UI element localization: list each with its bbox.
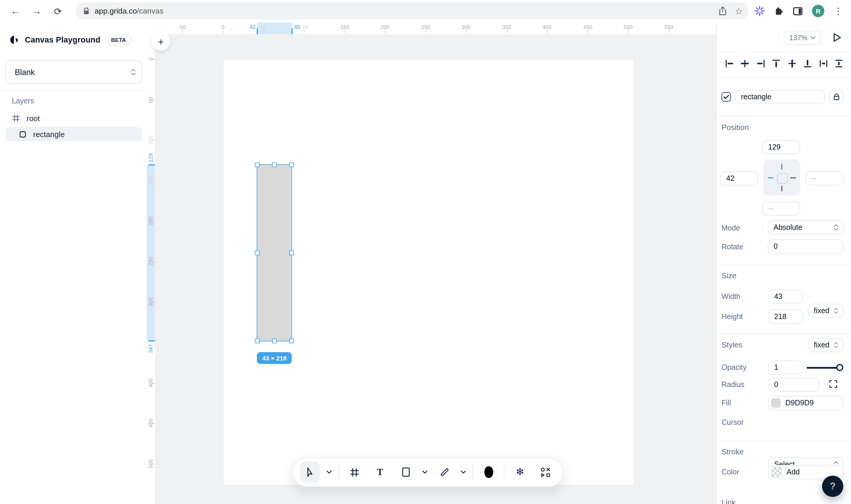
layer-item-root[interactable]: root: [6, 111, 142, 125]
forward-icon[interactable]: →: [31, 5, 42, 17]
resize-handle-nw[interactable]: [255, 162, 260, 167]
radius-corners-icon[interactable]: [829, 380, 837, 388]
link-heading: Link: [722, 498, 736, 504]
lock-layer-button[interactable]: [829, 90, 843, 104]
app-title: Canvas Playground: [25, 35, 101, 44]
address-bar[interactable]: app.grida.co/canvas ☆: [75, 2, 749, 19]
back-icon[interactable]: ←: [10, 5, 21, 17]
canvas-viewport[interactable]: -50042508500150200250300350400450500550 …: [147, 22, 716, 504]
template-select[interactable]: Blank: [5, 60, 142, 84]
h-ruler-label: 450: [584, 24, 592, 30]
playground-shapes-button[interactable]: [536, 462, 556, 483]
frame-tool-button[interactable]: [344, 462, 365, 483]
selected-rectangle[interactable]: [257, 165, 292, 341]
text-tool-button[interactable]: T: [370, 462, 390, 483]
radius-input[interactable]: [768, 378, 819, 392]
resize-handle-e[interactable]: [289, 251, 294, 255]
h-ruler-label: 85: [295, 24, 300, 30]
panel-divider: [717, 77, 851, 78]
play-button[interactable]: [833, 33, 841, 42]
ruler-highlight-band: [147, 165, 155, 341]
fill-swatch[interactable]: [771, 398, 781, 408]
lock-icon: [833, 93, 839, 101]
opacity-input[interactable]: [768, 360, 802, 375]
add-node-button[interactable]: ＋: [151, 32, 170, 51]
layer-label: root: [27, 114, 40, 123]
shape-tool-chevron-icon[interactable]: [421, 470, 429, 474]
stroke-color-label: Color: [722, 468, 739, 476]
align-top-icon[interactable]: [770, 57, 783, 70]
brush-ellipse-icon: [484, 466, 493, 478]
inspector-panel: 137% Position: [716, 22, 851, 504]
menu-dots-icon[interactable]: ⋮: [834, 6, 843, 16]
rotate-input[interactable]: [768, 239, 843, 253]
resize-handle-n[interactable]: [272, 162, 277, 167]
pencil-tool-button[interactable]: [434, 462, 454, 483]
panel-divider: [717, 116, 851, 116]
width-input[interactable]: [768, 289, 802, 304]
canvas-toolbar: T ✻: [292, 457, 563, 487]
mode-select[interactable]: Absolute: [768, 220, 843, 235]
distribute-vertical-icon[interactable]: [833, 57, 846, 70]
h-ruler-label: 500: [624, 24, 632, 30]
width-mode-value: fixed: [814, 307, 829, 315]
help-button[interactable]: ?: [822, 475, 843, 497]
resize-handle-w[interactable]: [255, 251, 260, 255]
cursor-tool-button[interactable]: [300, 462, 320, 483]
anchor-top-tick: [781, 164, 782, 169]
anchor-center-square: [777, 173, 788, 184]
panel-divider: [717, 440, 851, 441]
align-vertical-center-icon[interactable]: [786, 57, 799, 70]
h-ruler-label: -50: [178, 24, 186, 30]
selection-size-badge: 43 × 218: [257, 352, 292, 364]
h-ruler-label: 50: [261, 24, 267, 30]
extensions-puzzle-icon[interactable]: [774, 6, 784, 16]
side-panel-icon[interactable]: [793, 7, 802, 15]
rectangle-tool-button[interactable]: [396, 462, 416, 483]
align-left-icon[interactable]: [723, 57, 736, 70]
position-top-input[interactable]: [762, 140, 800, 154]
opacity-slider[interactable]: [806, 360, 843, 375]
reload-icon[interactable]: ⟳: [52, 5, 64, 17]
position-bottom-input[interactable]: [762, 201, 800, 216]
height-mode-select[interactable]: fixed: [808, 338, 843, 352]
pencil-tool-chevron-icon[interactable]: [460, 470, 467, 474]
resize-handle-sw[interactable]: [255, 339, 260, 343]
avatar[interactable]: R: [812, 5, 824, 17]
fill-value: D9D9D9: [785, 399, 814, 407]
v-ruler-label: 200: [148, 217, 154, 226]
align-right-icon[interactable]: [754, 57, 767, 70]
position-right-input[interactable]: [805, 172, 843, 185]
chevron-updown-icon: [834, 308, 838, 314]
resize-handle-se[interactable]: [289, 339, 294, 343]
width-mode-select[interactable]: fixed: [808, 304, 843, 318]
height-input[interactable]: [768, 310, 802, 324]
layer-visible-checkbox[interactable]: [722, 92, 731, 102]
bookmark-star-icon[interactable]: ☆: [735, 6, 743, 15]
frame-grid-icon: [12, 115, 20, 122]
zoom-select[interactable]: 137%: [784, 31, 821, 45]
toolbar-divider: [504, 465, 505, 479]
layer-item-rectangle[interactable]: rectangle: [6, 127, 142, 141]
align-bottom-icon[interactable]: [801, 57, 814, 70]
left-sidebar: Canvas Playground BETA Blank Layers root…: [0, 22, 147, 504]
distribute-horizontal-icon[interactable]: [817, 57, 830, 70]
browser-toolbar: ← → ⟳ app.grida.co/canvas ☆: [0, 0, 851, 23]
position-anchor-widget[interactable]: [763, 160, 800, 196]
v-ruler-label: 250: [148, 257, 154, 266]
share-icon[interactable]: [718, 6, 727, 15]
resize-handle-s[interactable]: [272, 339, 277, 343]
fill-field[interactable]: D9D9D9: [768, 396, 843, 410]
v-ruler-label: 50: [148, 97, 154, 103]
opacity-slider-thumb[interactable]: [836, 364, 843, 371]
brush-tool-button[interactable]: [479, 462, 499, 483]
resize-handle-ne[interactable]: [289, 162, 294, 167]
align-horizontal-center-icon[interactable]: [739, 57, 751, 70]
ai-assistant-button[interactable]: ✻: [510, 462, 530, 483]
layer-name-input[interactable]: [735, 90, 825, 104]
extension-burst-icon[interactable]: [754, 6, 765, 16]
extension-icons: R ⋮: [754, 5, 843, 17]
anchor-right-tick: [790, 177, 796, 178]
cursor-tool-chevron-icon[interactable]: [326, 470, 333, 474]
position-left-input[interactable]: [720, 172, 758, 185]
